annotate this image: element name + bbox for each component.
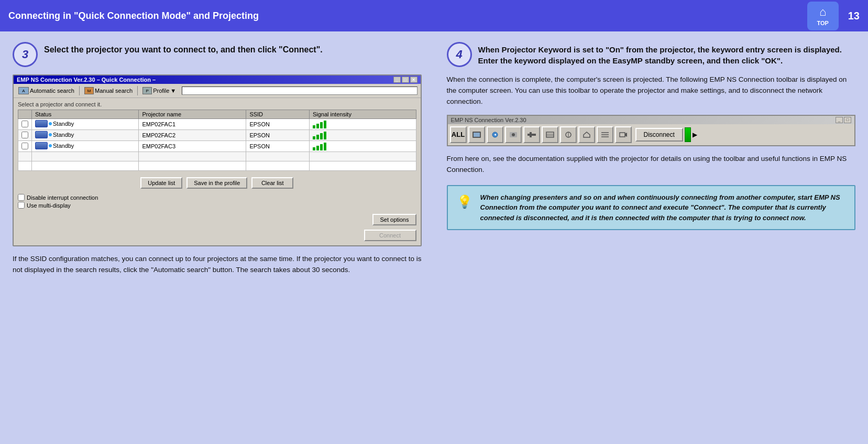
table-row[interactable]: Standby EMP02FAC3 EPSON (18, 141, 416, 152)
row1-signal (309, 119, 416, 130)
header-right: ⌂ TOP 13 (807, 2, 860, 30)
table-row[interactable]: Standby EMP02FAC1 EPSON (18, 119, 416, 130)
toolbar-body: ALL (448, 124, 855, 145)
tb-btn-9[interactable] (615, 126, 632, 143)
signal-bar-1 (313, 136, 315, 139)
tb-btn-6[interactable] (560, 126, 577, 143)
auto-search-button[interactable]: A Automatic search (17, 86, 76, 95)
row3-ssid: EPSON (246, 141, 310, 152)
svg-rect-12 (620, 133, 625, 137)
step3-body-text: If the SSID configuration matches, you c… (13, 254, 422, 276)
tb-btn-7[interactable] (578, 126, 595, 143)
clear-list-button[interactable]: Clear list (251, 177, 293, 189)
svg-rect-6 (530, 132, 532, 137)
profile-input[interactable] (182, 86, 417, 95)
dialog-instruction: Select a projector and connect it. (18, 101, 416, 107)
signal-bar-4 (324, 132, 326, 139)
tb-btn-2[interactable] (487, 126, 503, 143)
step4-desc2: From here on, see the documentation supp… (447, 154, 856, 176)
col-projector: Projector name (139, 110, 246, 119)
svg-rect-7 (546, 132, 554, 137)
step4-heading: When Projector Keyword is set to "On" fr… (478, 42, 856, 66)
dialog-action-buttons: Update list Save in the profile Clear li… (14, 174, 421, 192)
profile-dropdown[interactable]: P Profile ▼ (141, 86, 178, 95)
disconnect-button[interactable]: Disconnect (635, 128, 683, 142)
row1-projector: EMP02FAC1 (139, 119, 246, 130)
manual-search-button[interactable]: M Manual search (83, 86, 134, 95)
projector-table: Status Projector name SSID Signal intens… (18, 110, 416, 171)
row3-check[interactable] (18, 141, 32, 152)
dialog-checkboxes: Disable interrupt connection Use multi-d… (14, 192, 421, 212)
device-icon-box (35, 131, 48, 138)
toolbar-arrow[interactable]: ▶ (693, 131, 697, 138)
page-number: 13 (848, 10, 860, 22)
row1-device: Standby (32, 119, 139, 130)
signal-bar-4 (324, 121, 326, 128)
svg-point-4 (512, 133, 515, 136)
col-ssid: SSID (246, 110, 310, 119)
signal-bar-3 (320, 133, 323, 139)
col-signal: Signal intensity (309, 110, 416, 119)
manual-search-icon: M (84, 87, 94, 94)
dialog-footer-right: Set options (372, 214, 416, 225)
signal-bar-3 (320, 144, 323, 150)
use-multi-display-label[interactable]: Use multi-display (18, 202, 416, 209)
auto-search-icon: A (18, 87, 29, 94)
tb-btn-3[interactable] (505, 126, 522, 143)
signal-bar-1 (313, 147, 315, 150)
row2-device: Standby (32, 130, 139, 141)
toolbar-maximize[interactable]: □ (844, 117, 851, 123)
table-row[interactable]: Standby EMP02FAC2 EPSON (18, 130, 416, 141)
toolbar-separator-1 (79, 86, 80, 95)
right-column: 4 When Projector Keyword is set to "On" … (434, 31, 869, 444)
tb-btn-1[interactable] (468, 126, 485, 143)
dialog-content: Select a projector and connect it. Statu… (14, 98, 421, 174)
step4-header: 4 When Projector Keyword is set to "On" … (447, 42, 856, 67)
device-icon-box (35, 142, 48, 149)
disable-interrupt-label[interactable]: Disable interrupt connection (18, 194, 416, 201)
connect-button[interactable]: Connect (364, 230, 416, 241)
row3-projector: EMP02FAC3 (139, 141, 246, 152)
save-profile-button[interactable]: Save in the profile (186, 177, 247, 189)
signal-bar-4 (324, 143, 326, 150)
emp-connection-dialog: EMP NS Connection Ver.2.30 – Quick Conne… (13, 74, 422, 246)
set-options-button[interactable]: Set options (372, 214, 416, 225)
tip-text: When changing presenters and so on and w… (480, 192, 848, 223)
tb-btn-4[interactable] (523, 126, 540, 143)
profile-icon: P (142, 87, 152, 94)
row3-device: Standby (32, 141, 139, 152)
tb-all-button[interactable]: ALL (450, 126, 467, 143)
toolbar-minimize[interactable]: _ (836, 117, 843, 123)
tb-btn-5[interactable] (542, 126, 558, 143)
dialog-footer: Set options (14, 212, 421, 228)
signal-strength-bar (685, 127, 691, 142)
row1-ssid: EPSON (246, 119, 310, 130)
dialog-titlebar: EMP NS Connection Ver.2.30 – Quick Conne… (14, 75, 421, 84)
left-column: 3 Select the projector you want to conne… (0, 31, 434, 444)
row2-check[interactable] (18, 130, 32, 141)
use-multi-display-checkbox[interactable] (18, 202, 25, 209)
emp-toolbar-window: EMP NS Connection Ver.2.30 _ □ ALL (447, 115, 856, 146)
toolbar-window-controls: _ □ (836, 117, 851, 123)
top-button[interactable]: ⌂ TOP (807, 2, 839, 30)
row2-signal (309, 130, 416, 141)
update-list-button[interactable]: Update list (140, 177, 182, 189)
row2-projector: EMP02FAC2 (139, 130, 246, 141)
step4-circle: 4 (447, 42, 472, 67)
disable-interrupt-checkbox[interactable] (18, 194, 25, 201)
close-button[interactable]: ✕ (410, 77, 417, 83)
toolbar-separator-2 (137, 86, 138, 95)
minimize-button[interactable]: _ (393, 77, 401, 83)
signal-bar-3 (320, 122, 323, 128)
row1-check[interactable] (18, 119, 32, 130)
main-content: 3 Select the projector you want to conne… (0, 31, 868, 444)
device-icon-dot (49, 122, 52, 125)
signal-bar-1 (313, 125, 315, 128)
maximize-button[interactable]: □ (402, 77, 409, 83)
step3-heading: Select the projector you want to connect… (44, 42, 323, 56)
table-row-empty-1 (18, 152, 416, 161)
tip-icon: 💡 (455, 192, 474, 211)
tb-btn-8[interactable] (597, 126, 613, 143)
top-label: TOP (817, 20, 829, 26)
dialog-title: EMP NS Connection Ver.2.30 – Quick Conne… (17, 77, 156, 83)
